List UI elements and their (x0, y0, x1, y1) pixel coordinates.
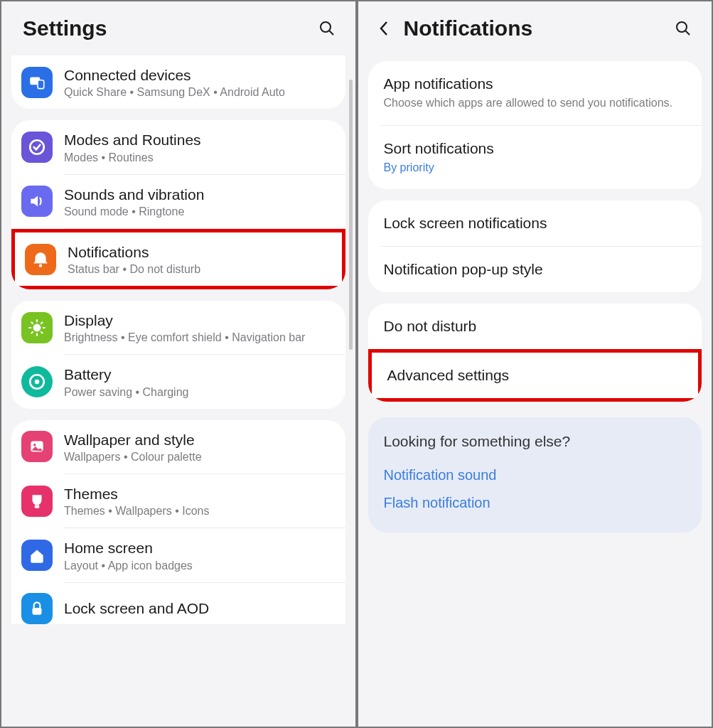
svg-line-12 (41, 332, 43, 333)
row-subtitle: By priority (384, 160, 687, 176)
row-notification-popup-style[interactable]: Notification pop-up style (368, 247, 702, 292)
row-title: Wallpaper and style (64, 430, 333, 449)
row-subtitle: Wallpapers • Colour palette (64, 451, 333, 464)
row-title: Display (64, 311, 333, 330)
row-title: App notifications (384, 75, 687, 92)
row-subtitle: Modes • Routines (64, 151, 333, 164)
row-title: Connected devices (64, 65, 333, 85)
row-lock-screen-notifications[interactable]: Lock screen notifications (368, 200, 702, 246)
row-title: Lock screen notifications (384, 215, 687, 232)
link-flash-notification[interactable]: Flash notification (384, 489, 687, 517)
row-text: Modes and Routines Modes • Routines (64, 130, 333, 164)
row-text: Display Brightness • Eye comfort shield … (64, 311, 333, 344)
row-advanced-settings[interactable]: Advanced settings (368, 349, 702, 402)
row-notifications[interactable]: Notifications Status bar • Do not distur… (11, 229, 345, 289)
svg-point-16 (35, 380, 40, 385)
row-text: Themes Themes • Wallpapers • Icons (64, 484, 333, 518)
row-text: Home screen Layout • App icon badges (64, 538, 333, 572)
row-subtitle: Power saving • Charging (64, 386, 333, 399)
row-title: Home screen (64, 538, 333, 557)
notifications-pane: Notifications App notifications Choose w… (357, 0, 714, 728)
settings-group-1: Connected devices Quick Share • Samsung … (11, 55, 345, 109)
brightness-icon (21, 312, 53, 343)
row-sort-notifications[interactable]: Sort notifications By priority (368, 126, 702, 190)
row-title: Themes (64, 484, 333, 503)
link-notification-sound[interactable]: Notification sound (384, 461, 687, 489)
search-icon (318, 20, 336, 37)
row-battery[interactable]: Battery Power saving • Charging (11, 355, 345, 408)
notif-group-2: Lock screen notifications Notification p… (368, 200, 702, 292)
row-text: Battery Power saving • Charging (64, 365, 333, 398)
row-text: Lock screen and AOD (64, 599, 333, 618)
settings-group-3: Display Brightness • Eye comfort shield … (11, 301, 345, 409)
row-app-notifications[interactable]: App notifications Choose which apps are … (368, 61, 702, 125)
svg-line-11 (31, 322, 33, 323)
row-title: Battery (64, 365, 333, 384)
svg-point-6 (33, 323, 41, 331)
page-title: Settings (23, 16, 313, 41)
svg-rect-19 (35, 505, 40, 508)
search-icon (675, 20, 692, 37)
row-subtitle: Quick Share • Samsung DeX • Android Auto (64, 86, 333, 99)
row-title: Advanced settings (387, 367, 683, 384)
svg-line-14 (41, 322, 43, 323)
row-title: Modes and Routines (64, 130, 333, 149)
settings-header: Settings (1, 1, 355, 55)
svg-rect-20 (33, 608, 42, 615)
row-do-not-disturb[interactable]: Do not disturb (368, 304, 702, 349)
row-subtitle: Layout • App icon badges (64, 560, 333, 572)
hint-title: Looking for something else? (384, 433, 687, 450)
svg-point-21 (677, 22, 687, 32)
row-sounds-vibration[interactable]: Sounds and vibration Sound mode • Ringto… (11, 175, 345, 228)
notif-group-1: App notifications Choose which apps are … (368, 61, 702, 189)
settings-group-4: Wallpaper and style Wallpapers • Colour … (11, 420, 345, 624)
search-button[interactable] (669, 14, 697, 43)
svg-point-5 (39, 264, 42, 267)
row-title: Sounds and vibration (64, 185, 333, 204)
row-lock-screen[interactable]: Lock screen and AOD (11, 583, 345, 624)
lock-icon (21, 593, 53, 624)
row-subtitle: Choose which apps are allowed to send yo… (384, 95, 687, 111)
row-modes-routines[interactable]: Modes and Routines Modes • Routines (11, 120, 345, 173)
row-subtitle: Themes • Wallpapers • Icons (64, 505, 333, 518)
row-text: Sounds and vibration Sound mode • Ringto… (64, 185, 333, 218)
row-title: Lock screen and AOD (64, 599, 333, 618)
row-title: Notifications (68, 242, 329, 262)
chevron-left-icon (379, 21, 389, 36)
row-home-screen[interactable]: Home screen Layout • App icon badges (11, 528, 345, 582)
row-connected-devices[interactable]: Connected devices Quick Share • Samsung … (11, 55, 345, 109)
devices-icon (21, 67, 53, 98)
row-wallpaper-style[interactable]: Wallpaper and style Wallpapers • Colour … (11, 420, 345, 473)
row-display[interactable]: Display Brightness • Eye comfort shield … (11, 301, 345, 354)
row-subtitle: Status bar • Do not disturb (68, 263, 329, 276)
notifications-header: Notifications (358, 1, 712, 55)
svg-point-18 (33, 444, 36, 446)
home-icon (21, 540, 53, 571)
row-title: Notification pop-up style (384, 261, 687, 278)
page-title: Notifications (404, 16, 670, 41)
svg-point-0 (321, 22, 331, 32)
theme-icon (21, 486, 53, 517)
row-subtitle: Brightness • Eye comfort shield • Naviga… (64, 331, 333, 344)
svg-line-22 (686, 31, 690, 36)
settings-pane: Settings Connected devices Quick Share •… (0, 0, 357, 728)
looking-for-box: Looking for something else? Notification… (368, 417, 702, 532)
battery-icon (21, 366, 53, 397)
bell-icon (25, 244, 56, 275)
scrollbar[interactable] (349, 80, 353, 350)
svg-line-13 (31, 332, 33, 333)
search-button[interactable] (313, 14, 341, 43)
image-icon (21, 431, 53, 462)
row-text: Notifications Status bar • Do not distur… (68, 242, 329, 276)
row-text: Connected devices Quick Share • Samsung … (64, 65, 333, 99)
row-themes[interactable]: Themes Themes • Wallpapers • Icons (11, 474, 345, 528)
row-text: Wallpaper and style Wallpapers • Colour … (64, 430, 333, 464)
row-subtitle: Sound mode • Ringtone (64, 205, 333, 218)
svg-line-1 (329, 31, 333, 36)
notif-group-3: Do not disturb Advanced settings (368, 304, 702, 402)
check-circle-icon (21, 132, 53, 163)
volume-icon (21, 186, 53, 217)
row-title: Do not disturb (384, 318, 687, 335)
svg-rect-3 (38, 80, 44, 88)
back-button[interactable] (371, 16, 397, 41)
